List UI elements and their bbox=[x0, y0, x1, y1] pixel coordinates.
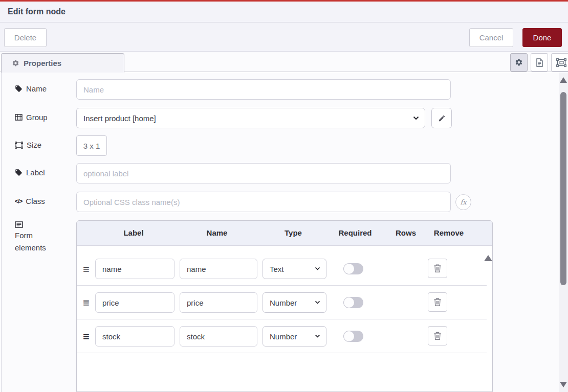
size-button[interactable]: 3 x 1 bbox=[76, 135, 107, 156]
form-elements-table-header: Label Name Type Required Rows Remove bbox=[77, 221, 492, 246]
trash-icon bbox=[433, 297, 442, 307]
gear-icon bbox=[515, 58, 523, 66]
document-icon bbox=[536, 58, 543, 67]
edit-group-button[interactable] bbox=[431, 108, 452, 128]
drag-handle-icon[interactable]: ≡ bbox=[83, 262, 90, 276]
chevron-down-icon bbox=[315, 301, 320, 304]
column-header-required: Required bbox=[338, 228, 372, 237]
label-field-label: Label bbox=[15, 168, 45, 177]
form-elements-table: Label Name Type Required Rows Remove ≡ T… bbox=[76, 220, 493, 392]
dialog-titlebar: Edit form node bbox=[0, 2, 568, 22]
required-toggle[interactable] bbox=[343, 331, 363, 342]
tab-properties[interactable]: Properties bbox=[1, 53, 124, 73]
delete-button[interactable]: Delete bbox=[4, 28, 47, 47]
name-field-label: Name bbox=[15, 84, 47, 93]
form-elements-label: Form elements bbox=[15, 221, 63, 254]
column-header-remove: Remove bbox=[434, 228, 464, 237]
tag-icon bbox=[15, 169, 23, 176]
done-button[interactable]: Done bbox=[522, 28, 562, 47]
form-element-row: ≡ Number bbox=[77, 322, 487, 353]
class-field-label: </> Class bbox=[15, 197, 45, 205]
properties-tab-button[interactable] bbox=[510, 53, 528, 72]
required-toggle[interactable] bbox=[343, 297, 363, 308]
trash-icon bbox=[433, 331, 442, 340]
remove-element-button[interactable] bbox=[428, 259, 447, 278]
column-header-label: Label bbox=[123, 228, 143, 237]
chevron-down-icon bbox=[315, 334, 320, 338]
table-icon bbox=[15, 114, 23, 121]
scrollbar-thumb[interactable] bbox=[560, 92, 566, 285]
element-label-input[interactable] bbox=[95, 326, 174, 347]
required-toggle[interactable] bbox=[343, 263, 363, 274]
element-label-input[interactable] bbox=[95, 292, 174, 313]
dialog-actionbar: Delete Cancel Done bbox=[0, 22, 568, 52]
object-group-icon bbox=[15, 142, 23, 149]
element-type-select[interactable]: Number bbox=[263, 292, 326, 313]
element-type-select[interactable]: Number bbox=[263, 326, 326, 347]
fx-icon: fx bbox=[460, 198, 466, 206]
tab-properties-label: Properties bbox=[24, 59, 61, 67]
gear-icon bbox=[12, 59, 19, 67]
form-element-row: ≡ Text bbox=[77, 255, 487, 286]
chevron-down-icon bbox=[315, 267, 320, 270]
element-name-input[interactable] bbox=[180, 292, 257, 313]
chevron-down-icon bbox=[413, 116, 419, 120]
description-tab-button[interactable] bbox=[531, 53, 548, 72]
name-input[interactable] bbox=[76, 79, 451, 100]
element-type-select[interactable]: Text bbox=[263, 259, 326, 279]
group-field-label: Group bbox=[15, 113, 48, 122]
properties-pane: Name Group Insert product [home] Size 3 … bbox=[1, 72, 559, 392]
form-element-row: ≡ Number bbox=[77, 288, 487, 319]
drag-handle-icon[interactable]: ≡ bbox=[83, 296, 90, 310]
group-select[interactable]: Insert product [home] bbox=[76, 108, 425, 128]
pencil-icon bbox=[438, 114, 446, 122]
expression-fx-button[interactable]: fx bbox=[455, 194, 471, 210]
remove-element-button[interactable] bbox=[428, 326, 447, 345]
trash-icon bbox=[433, 264, 442, 273]
element-name-input[interactable] bbox=[180, 259, 257, 279]
cancel-button[interactable]: Cancel bbox=[469, 28, 513, 47]
dialog-title: Edit form node bbox=[8, 7, 65, 16]
element-label-input[interactable] bbox=[95, 259, 174, 279]
appearance-tab-button[interactable] bbox=[551, 53, 568, 72]
element-name-input[interactable] bbox=[180, 326, 257, 347]
object-group-icon bbox=[556, 58, 566, 67]
scroll-down-arrow[interactable] bbox=[560, 382, 567, 387]
vertical-scrollbar[interactable] bbox=[559, 73, 568, 392]
remove-element-button[interactable] bbox=[428, 292, 447, 312]
form-list-icon bbox=[15, 221, 23, 228]
scroll-up-arrow[interactable] bbox=[560, 77, 567, 83]
tab-bar: Properties bbox=[0, 52, 568, 72]
column-header-rows: Rows bbox=[396, 228, 416, 237]
inner-scroll-up-arrow[interactable] bbox=[484, 255, 492, 261]
class-input[interactable] bbox=[76, 192, 451, 212]
drag-handle-icon[interactable]: ≡ bbox=[83, 330, 90, 344]
column-header-name: Name bbox=[207, 228, 228, 237]
label-input[interactable] bbox=[76, 163, 451, 183]
code-icon: </> bbox=[15, 198, 22, 205]
tag-icon bbox=[15, 85, 23, 93]
size-field-label: Size bbox=[15, 141, 41, 149]
column-header-type: Type bbox=[285, 228, 302, 237]
